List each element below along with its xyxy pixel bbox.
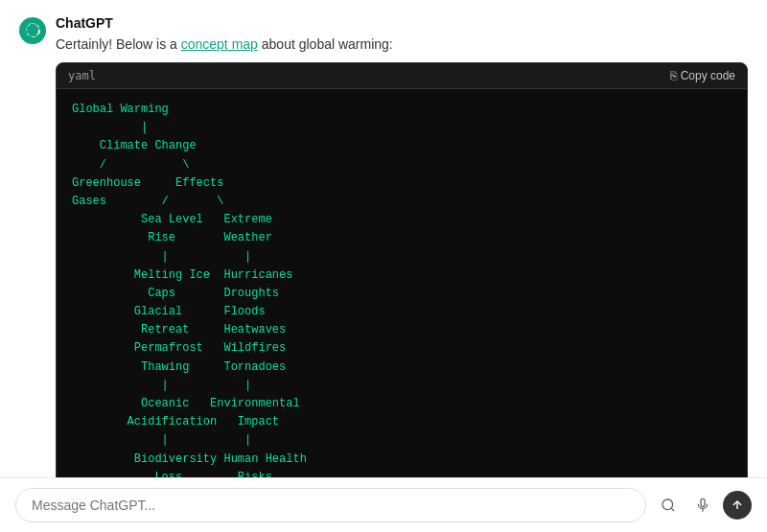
copy-code-button[interactable]: ⎘ Copy code [670, 69, 735, 82]
chatgpt-logo-icon [25, 23, 40, 38]
send-button[interactable] [723, 491, 752, 520]
svg-rect-2 [701, 498, 705, 506]
concept-map-link[interactable]: concept map [181, 36, 258, 52]
message-input[interactable] [15, 488, 646, 522]
copy-icon: ⎘ [670, 69, 677, 82]
mic-button[interactable] [688, 491, 717, 520]
svg-point-0 [662, 499, 673, 510]
message-author: ChatGPT [56, 15, 748, 31]
search-button[interactable] [654, 491, 683, 520]
chat-container: ChatGPT Certainly! Below is a concept ma… [0, 0, 767, 477]
input-bar [0, 477, 767, 532]
code-header: yaml ⎘ Copy code [57, 63, 747, 89]
code-content: Global Warming | Climate Change / \ Gree… [57, 89, 747, 477]
search-icon [661, 497, 676, 513]
avatar [19, 17, 46, 44]
input-icons [654, 491, 752, 520]
svg-line-1 [671, 508, 674, 511]
send-icon [731, 498, 744, 512]
mic-icon [695, 497, 710, 513]
code-block: yaml ⎘ Copy code Global Warming | Climat… [56, 62, 748, 477]
message-text: Certainly! Below is a concept map about … [56, 35, 748, 55]
code-lang: yaml [68, 69, 96, 82]
middle-text: about global warming: [258, 36, 393, 52]
message-row: ChatGPT Certainly! Below is a concept ma… [19, 15, 748, 477]
intro-text: Certainly! Below is a [56, 36, 181, 52]
message-content: ChatGPT Certainly! Below is a concept ma… [56, 15, 748, 477]
copy-label: Copy code [681, 69, 735, 82]
